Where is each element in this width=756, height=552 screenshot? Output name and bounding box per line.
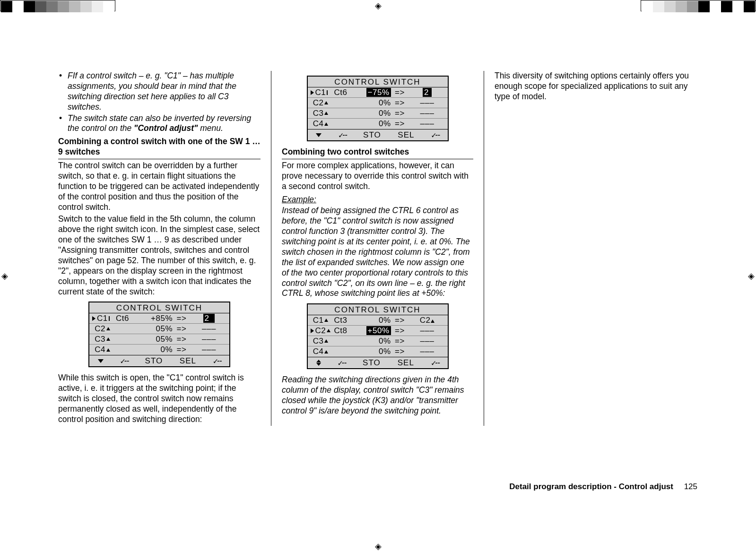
- squiggle-icon: ✓╌: [339, 130, 346, 140]
- lcd-row: C1Ct6+85%=>2: [89, 313, 229, 324]
- bullet2-post: menu.: [198, 123, 223, 133]
- lcd-row: C40%=>–––: [308, 119, 448, 129]
- lcd1-foot-sto: STO: [145, 356, 163, 366]
- switch-up-icon: [324, 350, 328, 354]
- lcd-cell: Ct6: [334, 88, 357, 97]
- lcd-row: C305%=>–––: [89, 334, 229, 345]
- footer-label: Detail program description - Control adj…: [509, 482, 673, 491]
- lcd-cell: 0%: [357, 316, 393, 325]
- lcd2-foot-sto: STO: [363, 130, 381, 140]
- lcd-cell: 0%: [357, 347, 393, 356]
- squiggle-icon: ✓╌: [431, 358, 439, 368]
- lcd-cell: C4: [308, 347, 334, 356]
- lcd2-title: CONTROL SWITCH: [308, 77, 448, 87]
- lcd3-footer: ✓╌ STO SEL ✓╌: [308, 357, 448, 368]
- para-4: For more complex applications, however, …: [282, 161, 473, 192]
- lcd3-foot-sel: SEL: [398, 358, 414, 368]
- lcd-cell: +50%: [357, 326, 393, 336]
- reg-mark-top: ◈: [375, 0, 382, 11]
- lcd-cell: –––: [407, 119, 448, 129]
- cursor-icon: [311, 90, 314, 95]
- switch-up-icon: [327, 329, 330, 332]
- squiggle-icon: ✓╌: [338, 358, 346, 368]
- lcd-cell: C1: [308, 316, 334, 325]
- lcd1-title: CONTROL SWITCH: [89, 302, 229, 313]
- lcd2-footer: ✓╌ STO SEL ✓╌: [308, 129, 448, 140]
- lcd-cell: Ct3: [334, 316, 357, 325]
- lcd1-footer: ✓╌ STO SEL ✓╌: [89, 355, 229, 366]
- lcd-cell: C2: [407, 316, 448, 325]
- lcd-cell: +85%: [139, 314, 174, 323]
- switch-up-icon: [324, 101, 328, 104]
- bullet-1: FIf a control switch – e. g. "C1" – has …: [58, 71, 261, 112]
- lcd-panel-3: CONTROL SWITCH C1Ct30%=>C2C2Ct8+50%=>–––…: [307, 303, 449, 369]
- column-2: CONTROL SWITCH C1Ct6−75%=>2 C20%=>––– C3…: [271, 71, 484, 426]
- lcd-row: C30%=>–––: [308, 108, 448, 119]
- lcd-cell: 0%: [357, 119, 393, 129]
- lcd-cell: –––: [407, 109, 448, 118]
- squiggle-icon: ✓╌: [431, 130, 439, 140]
- column-1: FIf a control switch – e. g. "C1" – has …: [58, 71, 271, 426]
- lcd-cell: C1: [308, 88, 334, 97]
- lcd-cell: C2: [89, 324, 116, 334]
- cursor-icon: [311, 328, 314, 333]
- bullet2-menu: "Control adjust": [134, 123, 198, 133]
- para-6: Reading the switching directions given i…: [282, 375, 473, 416]
- para-2: Switch to the value field in the 5th col…: [58, 214, 261, 297]
- para-3: While this switch is open, the "C1" cont…: [58, 373, 261, 424]
- page-content: FIf a control switch – e. g. "C1" – has …: [58, 71, 697, 492]
- lcd-cell: =>: [174, 314, 189, 323]
- column-3: This diversity of switching options cert…: [484, 71, 696, 426]
- lcd3-title: CONTROL SWITCH: [308, 304, 448, 315]
- color-strip-right: [641, 0, 756, 11]
- heading-combine-sw: Combining a control switch with one of t…: [58, 137, 261, 157]
- switch-up-icon: [324, 339, 328, 343]
- lcd-cell: 05%: [139, 335, 174, 344]
- lcd-cell: 0%: [357, 336, 393, 346]
- switch-up-icon: [106, 348, 110, 352]
- down-arrow-icon: [98, 359, 104, 363]
- lcd-cell: C4: [308, 119, 334, 129]
- updown-arrow-icon: [316, 360, 321, 366]
- lcd-cell: 0%: [139, 345, 174, 354]
- lcd-row: C205%=>–––: [89, 324, 229, 334]
- lcd-cell: C3: [308, 336, 334, 346]
- para-7: This diversity of switching options cert…: [495, 71, 696, 102]
- lcd-cell: −75%: [357, 88, 393, 97]
- page-number: 125: [684, 482, 697, 491]
- cursor-icon: [92, 316, 96, 321]
- para-5: Instead of being assigned the CTRL 6 con…: [282, 206, 473, 299]
- lcd-cell: C3: [89, 335, 116, 344]
- reg-mark-left: ◈: [1, 271, 8, 281]
- squiggle-icon: ✓╌: [213, 356, 221, 366]
- switch-up-icon: [324, 319, 328, 322]
- rule-2: [282, 159, 473, 159]
- lcd-cell: Ct8: [334, 326, 357, 336]
- lcd-cell: –––: [189, 345, 229, 354]
- lcd-cell: 05%: [139, 324, 174, 334]
- lcd-row: C1Ct30%=>C2: [308, 315, 448, 326]
- lcd-panel-2: CONTROL SWITCH C1Ct6−75%=>2 C20%=>––– C3…: [307, 76, 449, 141]
- reg-mark-bottom: ◈: [375, 541, 382, 552]
- lcd-cell: =>: [393, 119, 407, 129]
- lcd-cell: –––: [189, 324, 229, 334]
- lcd-row: C20%=>–––: [308, 98, 448, 108]
- lcd-cell: =>: [393, 109, 407, 118]
- lcd-cell: C2: [308, 98, 334, 108]
- lcd-cell: –––: [407, 347, 448, 356]
- switch-up-icon: [106, 327, 110, 330]
- lcd-cell: Ct6: [116, 314, 139, 323]
- lcd-cell: =>: [174, 345, 189, 354]
- lcd-cell: 0%: [357, 109, 393, 118]
- rule-1: [58, 159, 261, 159]
- lcd-cell: 2: [407, 88, 448, 97]
- lcd-cell: =>: [393, 326, 407, 336]
- lcd-cell: C2: [308, 326, 334, 336]
- switch-up-icon: [324, 112, 328, 115]
- heading-combine-two: Combining two control switches: [282, 147, 473, 157]
- down-arrow-icon: [316, 133, 322, 137]
- lcd-row: C2Ct8+50%=>–––: [308, 326, 448, 336]
- lcd-cell: C1: [89, 314, 116, 323]
- para-1: The control switch can be overridden by …: [58, 161, 261, 212]
- switch-bar-icon: [327, 90, 328, 95]
